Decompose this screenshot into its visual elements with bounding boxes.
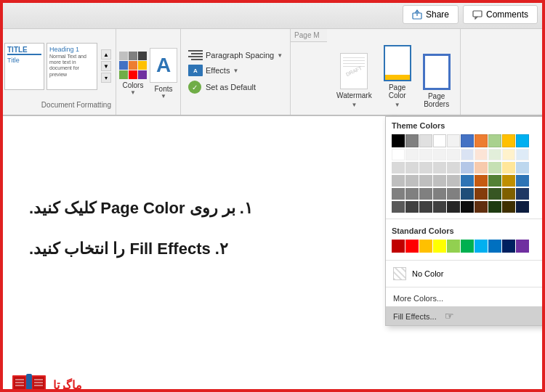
styles-group: TITLE Title Heading 1 Normal Text and mo… [0,29,116,115]
tc-6[interactable] [461,134,474,147]
page-color-button[interactable]: PageColor ▼ [382,41,413,112]
style-scroll: ▲ ▼ ▾ [101,49,111,83]
scroll-up[interactable]: ▲ [101,49,111,60]
svg-rect-6 [33,377,44,392]
color-swatch-7 [119,70,128,79]
tc-9[interactable] [502,134,515,147]
title-preview: Title [7,57,41,64]
tc-1[interactable] [392,134,405,147]
shade-row-1 [386,148,544,161]
theme-colors-grid [386,133,544,148]
tc-7[interactable] [475,134,488,147]
fonts-button[interactable]: A Fonts ▼ [150,48,177,99]
page-marker: Page M [291,29,327,42]
svg-rect-7 [26,374,32,392]
paragraph-caret: ▼ [277,52,283,59]
fonts-icon: A [156,54,171,77]
paragraph-spacing-label: Paragraph Spacing [206,51,274,60]
tc-3[interactable] [419,134,432,147]
fonts-label: Fonts [154,85,172,93]
svg-rect-4 [14,377,25,392]
heading-style[interactable]: Heading 1 Normal Text and more text in d… [47,43,97,90]
divider-2 [386,260,544,261]
comments-button[interactable]: Comments [463,5,538,24]
tc-4[interactable] [433,134,446,147]
colors-button[interactable]: Colors ▼ [119,52,147,96]
shade-row-4 [386,187,544,200]
watermark-caret: ▼ [351,102,357,108]
ribbon: TITLE Title Heading 1 Normal Text and mo… [0,29,545,116]
share-button[interactable]: Share [403,5,459,24]
effects-caret: ▼ [233,68,238,74]
title-style[interactable]: TITLE Title [4,43,44,90]
top-bar: Share Comments [0,0,545,29]
color-picker-dropdown: Theme Colors [385,116,545,326]
divider-3 [386,287,544,287]
comments-label: Comments [486,9,528,20]
main-content: ۱. بر روی Page Color کلیک کنید. ۲. Fill … [0,116,545,363]
tc-8[interactable] [488,134,501,147]
paragraph-spacing-button[interactable]: Paragraph Spacing ▼ [188,50,283,60]
page-borders-icon [423,54,451,90]
fonts-caret: ▼ [161,93,166,99]
color-swatch-3 [138,52,147,60]
step2-text: ۲. Fill Effects را انتخاب کنید. [29,240,228,258]
color-swatch-1 [119,52,128,60]
colors-caret: ▼ [130,89,136,96]
page-background-group: DRAFT Watermark ▼ PageColor ▼ PageBorder… [327,29,461,115]
colors-label: Colors [123,81,144,89]
no-color-swatch [393,267,406,280]
color-swatch-9 [138,70,147,79]
bottom-area: ماگرتا [0,363,545,392]
shade-row-2 [386,161,544,174]
share-icon [412,9,422,20]
styles-label: Document Formatting [41,101,111,112]
page-color-label: PageColor [389,83,406,99]
color-swatch-6 [138,61,147,70]
color-swatch-4 [119,61,128,70]
no-color-label: No Color [412,269,443,278]
heading-style-label: Heading 1 [49,46,94,53]
share-label: Share [426,9,449,20]
scroll-more[interactable]: ▾ [101,73,111,83]
set-as-default-button[interactable]: ✓ Set as Default [188,81,283,94]
no-color-button[interactable]: No Color [386,264,544,284]
colors-fonts-group: Colors ▼ A Fonts ▼ [116,29,181,115]
page-color-caret: ▼ [395,102,400,108]
divider-1 [386,219,544,219]
shade-row-5 [386,200,544,216]
heading-preview: Normal Text and more text in document fo… [49,54,94,78]
effects-button[interactable]: A Effects ▼ [188,65,283,76]
watermark-text: DRAFT [345,65,363,77]
effects-label: Effects [206,66,230,75]
page-borders-label: PageBorders [424,92,449,108]
more-colors-button[interactable]: More Colors... [386,290,544,306]
title-style-label: TITLE [7,46,41,55]
color-swatch-2 [129,52,137,60]
doc-options-group: Paragraph Spacing ▼ A Effects ▼ ✓ Set as… [181,29,291,115]
step1-text: ۱. بر روی Page Color کلیک کنید. [29,199,253,218]
watermark-button[interactable]: DRAFT Watermark ▼ [334,49,374,112]
svg-rect-2 [473,11,482,17]
tc-5[interactable] [447,134,460,147]
effects-icon: A [188,65,203,76]
standard-colors-grid [386,238,544,257]
tc-2[interactable] [405,134,419,147]
shade-row-3 [386,174,544,187]
check-circle-icon: ✓ [188,81,201,94]
cursor-icon: ☞ [445,310,454,322]
page-borders-button[interactable]: PageBorders [421,50,453,112]
set-as-default-label: Set as Default [206,83,256,91]
fill-effects-button[interactable]: Fill Effects... ☞ [386,306,544,325]
page-color-bar [385,75,410,80]
scroll-down[interactable]: ▼ [101,61,111,71]
tc-10[interactable] [516,134,529,147]
comments-icon [472,9,483,20]
logo-icon [11,369,47,392]
color-swatch-5 [129,61,137,70]
logo-container: ماگرتا [11,369,82,392]
logo-text: ماگرتا [53,378,82,392]
standard-colors-title: Standard Colors [386,222,544,238]
theme-colors-title: Theme Colors [386,117,544,133]
color-swatch-8 [129,70,137,79]
